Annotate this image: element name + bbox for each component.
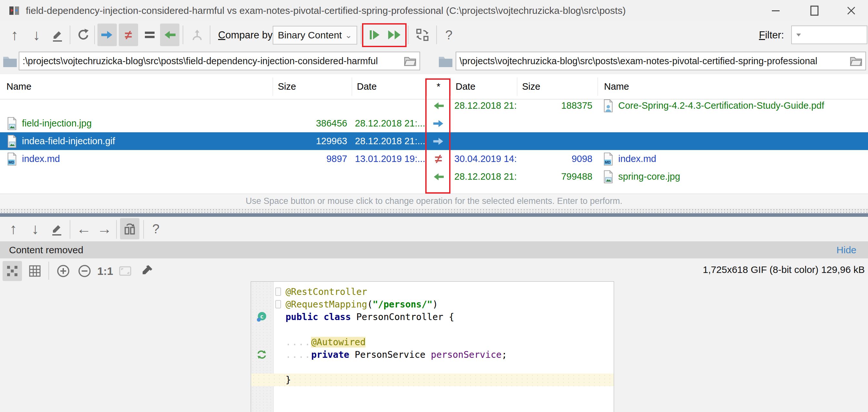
browse-folder-icon[interactable] xyxy=(404,56,416,66)
synchronize-all-button[interactable] xyxy=(385,24,403,46)
operation-cell[interactable] xyxy=(427,115,451,132)
next-difference-button[interactable]: ↓ xyxy=(27,218,44,240)
table-header: Name Size Date * Date Size Name xyxy=(0,77,868,96)
operation-cell[interactable] xyxy=(427,168,451,186)
previous-difference-button[interactable]: ↑ xyxy=(6,24,23,46)
table-row[interactable]: MD index.md 9897 13.01.2019 19:... ≠ 30.… xyxy=(0,150,868,168)
pick-color-button[interactable] xyxy=(137,261,156,281)
show-difference-filter-button[interactable]: ≠ xyxy=(119,24,138,46)
edit-source-button[interactable] xyxy=(48,24,66,46)
header-divider xyxy=(352,77,352,96)
synchronize-selected-button[interactable] xyxy=(367,24,383,46)
header-size-right[interactable]: Size xyxy=(522,77,540,96)
pdf-file-icon xyxy=(603,99,614,113)
table-row-selected[interactable]: indea-field-injection.gif 129963 28.12.2… xyxy=(0,132,868,150)
search-options-caret-icon[interactable] xyxy=(796,34,801,36)
help-button[interactable]: ? xyxy=(148,218,164,240)
window-title: field-dependency-injection-considered-ha… xyxy=(26,5,626,16)
svg-text:c: c xyxy=(260,313,264,320)
swap-sides-button[interactable] xyxy=(413,24,432,46)
minimize-button[interactable] xyxy=(764,0,788,21)
not-equal-icon: ≠ xyxy=(125,28,132,42)
left-path-field[interactable]: :\projects\vojtechruzicka-blog\src\posts… xyxy=(19,52,420,70)
whitespace-dots: .... xyxy=(285,349,311,360)
toolbar-separator xyxy=(116,220,117,239)
hide-link[interactable]: Hide xyxy=(836,245,857,256)
file-name: spring-core.jpg xyxy=(618,171,680,182)
compare-by-value: Binary Content xyxy=(278,30,342,41)
operation-cell[interactable]: ≠ xyxy=(427,150,451,168)
code-token: PersonService xyxy=(349,349,431,360)
table-row[interactable]: field-injection.jpg 386456 28.12.2018 21… xyxy=(0,115,868,132)
toolbar-separator xyxy=(183,26,183,44)
browse-folder-icon[interactable] xyxy=(850,56,862,66)
next-difference-button[interactable]: ↓ xyxy=(28,24,45,46)
file-name: indea-field-injection.gif xyxy=(22,136,115,147)
refresh-button[interactable] xyxy=(73,24,92,46)
filter-input[interactable] xyxy=(801,29,868,40)
right-path-field[interactable]: \projects\vojtechruzicka-blog\src\posts\… xyxy=(456,52,866,70)
maximize-button[interactable] xyxy=(802,0,827,21)
content-removed-banner: Content removed Hide xyxy=(0,241,868,258)
fit-to-window-button-disabled[interactable] xyxy=(116,261,135,281)
color-picker-icon xyxy=(140,264,154,278)
table-row[interactable]: 28.12.2018 21:... 799488 spring-core.jpg xyxy=(0,168,868,186)
string-token: "/persons/" xyxy=(373,299,432,310)
splitter-bar xyxy=(0,213,868,217)
zoom-out-button[interactable] xyxy=(75,261,94,281)
close-button[interactable] xyxy=(839,0,864,21)
filter-field[interactable] xyxy=(791,26,867,44)
previous-difference-button[interactable]: ↑ xyxy=(4,218,22,240)
hint-bar: Use Space button or mouse click to chang… xyxy=(0,194,868,209)
header-date-right[interactable]: Date xyxy=(456,77,475,96)
right-folder-icon xyxy=(438,54,453,68)
next-file-button[interactable]: → xyxy=(95,218,114,240)
markdown-file-icon: MD xyxy=(6,152,18,166)
refresh-icon xyxy=(76,28,90,42)
edit-source-button[interactable] xyxy=(47,218,66,240)
splitter[interactable] xyxy=(0,209,868,217)
header-name-right[interactable]: Name xyxy=(604,77,629,96)
file-date: 30.04.2019 14:... xyxy=(451,150,517,168)
annotation-token: @RestController xyxy=(285,286,367,297)
keyword-token: public class xyxy=(285,312,351,322)
show-new-on-left-filter-button[interactable] xyxy=(97,24,117,46)
file-name: index.md xyxy=(22,154,60,164)
toolbar-separator xyxy=(361,26,362,44)
one-to-one-icon: 1:1 xyxy=(97,265,113,278)
compare-by-dropdown[interactable]: Binary Content ⌄ xyxy=(273,26,357,44)
splitter-grip[interactable] xyxy=(0,209,868,213)
zoom-in-button[interactable] xyxy=(54,261,73,281)
header-size-left[interactable]: Size xyxy=(278,77,296,96)
file-name: field-injection.jpg xyxy=(22,118,92,129)
header-date-left[interactable]: Date xyxy=(357,77,377,96)
operation-cell[interactable] xyxy=(427,97,451,115)
header-operation[interactable]: * xyxy=(427,77,451,96)
hint-text: Use Space button or mouse click to chang… xyxy=(246,196,622,206)
code-token: PersonController { xyxy=(351,312,454,322)
file-size: 9098 xyxy=(517,150,598,168)
transparency-chessboard-button[interactable] xyxy=(3,261,22,281)
title-bar: field-dependency-injection-considered-ha… xyxy=(0,0,868,21)
merge-action-button-disabled[interactable] xyxy=(188,24,207,46)
actual-size-button[interactable]: 1:1 xyxy=(96,261,114,281)
toolbar-separator xyxy=(94,26,95,44)
file-size: 799488 xyxy=(517,168,598,186)
help-button[interactable]: ? xyxy=(441,24,457,46)
file-size: 129963 xyxy=(273,132,352,150)
image-file-icon xyxy=(603,170,614,184)
toolbar-separator xyxy=(49,262,49,280)
grid-lines-button[interactable] xyxy=(25,261,44,281)
show-equal-filter-button[interactable] xyxy=(141,24,159,46)
arrow-down-icon: ↓ xyxy=(32,221,39,236)
directory-diff-window: field-dependency-injection-considered-ha… xyxy=(0,0,868,412)
previous-file-button[interactable]: ← xyxy=(75,218,93,240)
header-name-left[interactable]: Name xyxy=(6,77,31,96)
code-line: ....@Autowired xyxy=(274,336,614,348)
show-new-on-right-filter-button[interactable] xyxy=(160,24,179,46)
synchronize-scrolling-button[interactable] xyxy=(120,218,140,240)
table-row[interactable]: 28.12.2018 21:... 188375 Core-Spring-4.2… xyxy=(0,97,868,115)
arrow-down-icon: ↓ xyxy=(33,27,40,42)
operation-cell[interactable] xyxy=(427,132,451,150)
toolbar-separator xyxy=(210,26,210,44)
